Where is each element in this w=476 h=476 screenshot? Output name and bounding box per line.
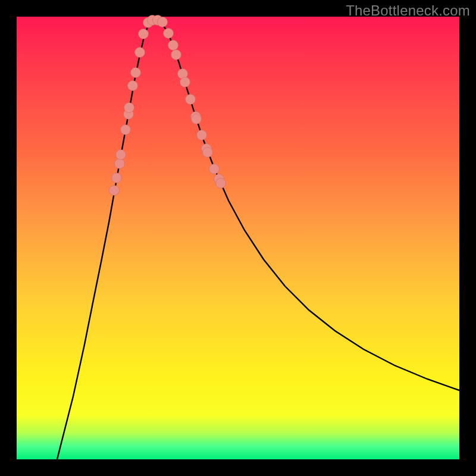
data-dot: [171, 50, 181, 60]
data-dot: [168, 40, 178, 51]
data-dot: [112, 173, 122, 183]
data-dot: [115, 159, 125, 169]
data-dot: [197, 130, 207, 140]
data-dot: [158, 17, 168, 27]
data-dot: [109, 186, 120, 196]
curve-svg: [17, 17, 459, 459]
data-dot: [135, 48, 145, 58]
data-dot: [216, 178, 226, 189]
data-dot: [128, 81, 138, 91]
data-dot: [186, 95, 196, 105]
data-dot: [209, 164, 220, 174]
bottleneck-curve: [57, 20, 459, 459]
data-dot: [164, 29, 174, 39]
data-dot: [121, 125, 131, 135]
chart-frame: TheBottleneck.com: [0, 0, 476, 476]
data-dot: [180, 77, 190, 87]
data-dots: [109, 15, 226, 196]
data-dot: [131, 68, 141, 78]
data-dot: [124, 103, 134, 113]
data-dot: [116, 150, 126, 160]
data-dot: [139, 29, 149, 39]
data-dot: [192, 114, 202, 124]
data-dot: [203, 148, 213, 158]
plot-area: [17, 17, 459, 459]
